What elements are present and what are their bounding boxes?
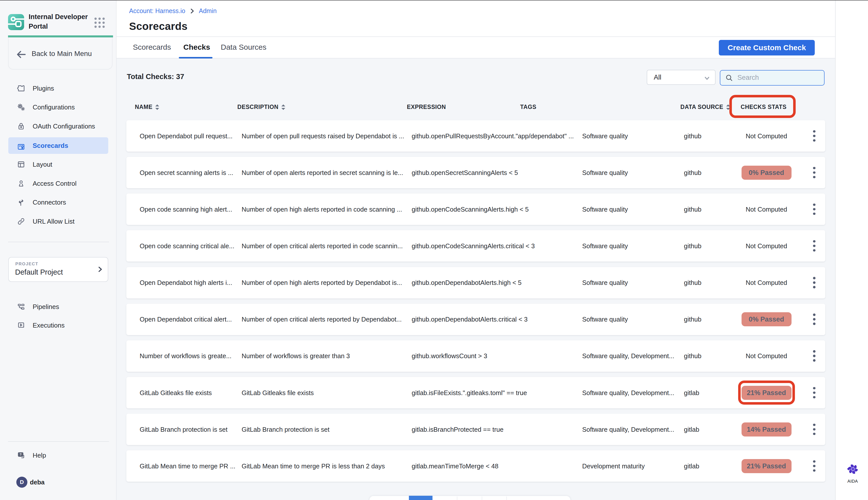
svg-text:?: ? [20, 453, 22, 456]
